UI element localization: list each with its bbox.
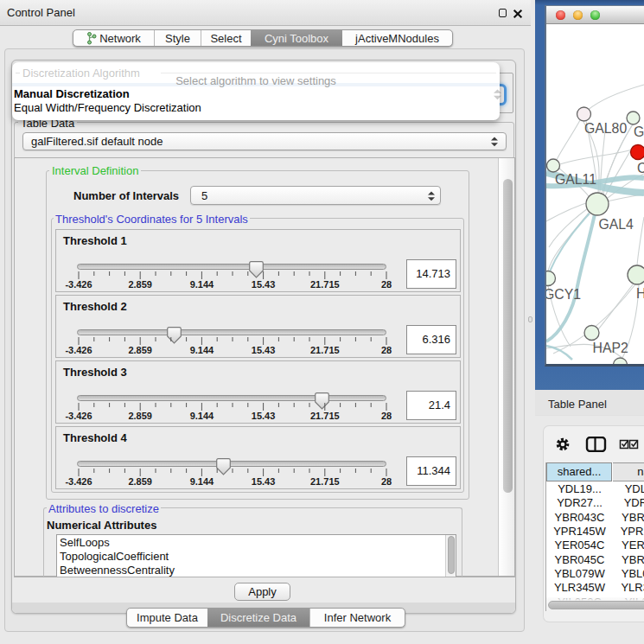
svg-text:GAL4: GAL4	[599, 217, 634, 232]
svg-text:HA: HA	[636, 286, 644, 301]
svg-text:HAP2: HAP2	[593, 341, 628, 355]
svg-text:C: C	[637, 161, 644, 175]
svg-text:GCY1: GCY1	[546, 287, 581, 302]
svg-text:GAL11: GAL11	[555, 172, 596, 187]
svg-text:GAL80: GAL80	[584, 121, 627, 136]
svg-text:GA: GA	[634, 124, 644, 139]
